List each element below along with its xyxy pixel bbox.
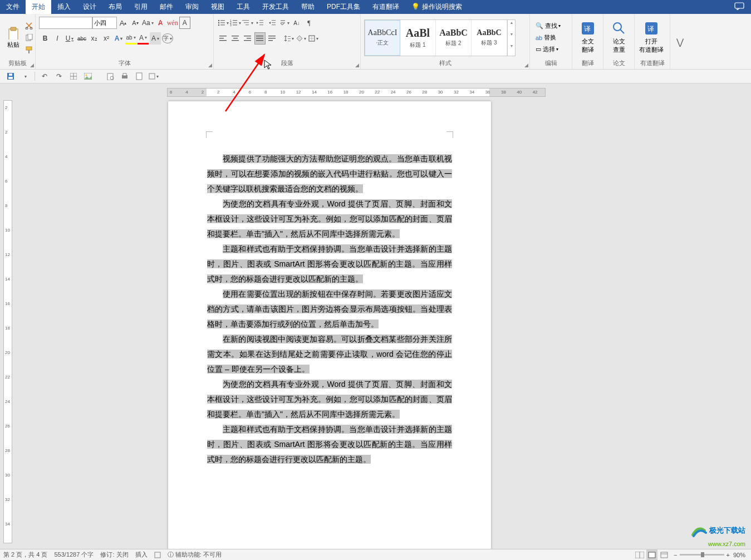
clear-formatting-button[interactable]: A̷ — [155, 17, 166, 29]
styles-gallery[interactable]: AaBbCcI ·正文 AaBl 标题 1 AaBbC 标题 2 AaBbC 标… — [364, 19, 516, 56]
tab-layout[interactable]: 布局 — [102, 0, 128, 14]
line-spacing-button[interactable] — [283, 32, 294, 45]
clipboard-launcher[interactable]: ◢ — [30, 62, 34, 68]
style-heading2[interactable]: AaBbC 标题 2 — [436, 20, 472, 56]
style-normal[interactable]: AaBbCcI ·正文 — [365, 20, 400, 56]
comments-icon[interactable] — [728, 2, 751, 12]
font-size-select[interactable] — [92, 17, 117, 29]
styles-scroll[interactable]: ▴▾▾ — [507, 20, 515, 56]
highlight-button[interactable]: ab — [125, 32, 136, 45]
para-3[interactable]: 主题和样式也有助于文档保持协调。当您单击设计并选择新的主题时，图片、图表或 Sm… — [207, 244, 452, 283]
text-effects-button[interactable]: A — [113, 32, 124, 45]
text-direction-button[interactable] — [279, 17, 290, 29]
zoom-out-button[interactable]: − — [674, 552, 677, 558]
align-distribute-button[interactable] — [267, 32, 278, 45]
shrink-font-button[interactable]: A▾ — [130, 17, 141, 29]
page-indicator[interactable]: 第 2 页，共 4 页 — [3, 551, 47, 559]
sort-button[interactable]: A↓ — [291, 17, 302, 29]
replace-button[interactable]: ab 替换 — [533, 32, 563, 43]
zoom-slider[interactable]: − + — [674, 552, 730, 558]
tab-mailings[interactable]: 邮件 — [154, 0, 179, 14]
word-count[interactable]: 553/1287 个字 — [54, 551, 94, 559]
open-youdao-button[interactable]: 译 打开 有道翻译 — [638, 21, 665, 54]
grow-font-button[interactable]: A▴ — [117, 17, 129, 29]
increase-indent-button[interactable] — [267, 17, 278, 29]
full-translate-button[interactable]: 译 全文 翻译 — [576, 21, 600, 54]
find-button[interactable]: 🔍 查找▾ — [533, 21, 563, 32]
save-button[interactable] — [5, 70, 16, 82]
horizontal-ruler[interactable]: 6422468101214161820222426283032343638404… — [167, 88, 546, 97]
paste-button[interactable]: 粘贴 — [3, 27, 23, 49]
change-case-button[interactable]: Aa — [142, 17, 154, 29]
thesis-check-button[interactable]: 论文 查重 — [607, 21, 631, 54]
char-shading-button[interactable]: A — [150, 32, 161, 45]
align-center-button[interactable] — [230, 32, 241, 45]
align-justify-button[interactable] — [254, 32, 266, 45]
tab-design[interactable]: 设计 — [77, 0, 102, 14]
qat-print-button[interactable] — [119, 70, 130, 82]
decrease-indent-button[interactable] — [254, 17, 266, 29]
tab-pdf[interactable]: PDF工具集 — [321, 0, 366, 14]
tab-home[interactable]: 开始 — [26, 0, 51, 14]
shading-button[interactable] — [296, 32, 307, 45]
view-print-layout[interactable] — [646, 549, 657, 561]
align-right-button[interactable] — [242, 32, 253, 45]
page[interactable]: 视频提供了功能强大的方法帮助您证明您的观点。当您单击联机视频时，可以在想要添加的… — [168, 101, 491, 560]
para-7[interactable]: 主题和样式也有助于文档保持协调。当您单击设计并选择新的主题时，图片、图表或 Sm… — [207, 425, 452, 464]
strike-button[interactable]: abc — [76, 32, 87, 45]
ime-indicator[interactable] — [154, 552, 161, 558]
paragraph-launcher[interactable]: ◢ — [355, 62, 359, 68]
para-1[interactable]: 视频提供了功能强大的方法帮助您证明您的观点。当您单击联机视频时，可以在想要添加的… — [207, 154, 452, 193]
para-5[interactable]: 在新的阅读视图中阅读更加容易。可以折叠文档某些部分并关注所需文本。如果在达到结尾… — [207, 335, 452, 374]
styles-launcher[interactable]: ◢ — [524, 62, 528, 68]
vertical-ruler[interactable]: 2246810121416182022242628303234 — [3, 100, 12, 543]
style-heading3[interactable]: AaBbC 标题 3 — [472, 20, 507, 56]
zoom-level[interactable]: 90% — [733, 552, 745, 558]
tell-me[interactable]: 💡 操作说明搜索 — [405, 0, 468, 14]
char-border-button[interactable]: A — [179, 17, 190, 29]
qat-page-setup-button[interactable] — [134, 70, 145, 82]
font-launcher[interactable]: ◢ — [208, 62, 212, 68]
borders-button[interactable] — [308, 32, 319, 45]
subscript-button[interactable]: x₂ — [89, 32, 100, 45]
view-read-mode[interactable] — [634, 549, 645, 561]
document-body[interactable]: 视频提供了功能强大的方法帮助您证明您的观点。当您单击联机视频时，可以在想要添加的… — [207, 151, 452, 467]
copy-button[interactable] — [24, 32, 34, 43]
qat-more-button[interactable] — [148, 70, 159, 82]
italic-button[interactable]: I — [52, 32, 63, 45]
phonetic-guide-button[interactable]: wén — [167, 17, 178, 29]
tab-file[interactable]: 文件 — [0, 0, 26, 14]
format-painter-button[interactable] — [24, 45, 34, 56]
show-marks-button[interactable]: ¶ — [303, 17, 315, 29]
ribbon-collapse[interactable]: ⋁ — [670, 14, 686, 69]
tab-developer[interactable]: 开发工具 — [256, 0, 295, 14]
qat-table-button[interactable] — [68, 70, 79, 82]
font-color-button[interactable]: A — [138, 32, 149, 45]
numbering-button[interactable]: 123 — [230, 17, 241, 29]
undo-button[interactable]: ↶ — [39, 70, 50, 82]
align-left-button[interactable] — [218, 32, 229, 45]
para-6[interactable]: 为使您的文档具有专业外观，Word 提供了页眉、页脚、封面和文本框设计，这些设计… — [207, 380, 452, 419]
para-2[interactable]: 为使您的文档具有专业外观，Word 提供了页眉、页脚、封面和文本框设计，这些设计… — [207, 199, 452, 238]
bold-button[interactable]: B — [40, 32, 51, 45]
tab-insert[interactable]: 插入 — [51, 0, 77, 14]
select-button[interactable]: ▭ 选择▾ — [533, 44, 563, 55]
tab-review[interactable]: 审阅 — [179, 0, 205, 14]
style-heading1[interactable]: AaBl 标题 1 — [400, 20, 436, 56]
para-4[interactable]: 使用在需要位置出现的新按钮在中保存时间。若要更改图片适应文档的方式，请单击该图片… — [207, 289, 452, 328]
superscript-button[interactable]: x² — [101, 32, 112, 45]
redo-button[interactable]: ↷ — [53, 70, 65, 82]
zoom-in-button[interactable]: + — [727, 552, 730, 558]
multilevel-button[interactable] — [242, 17, 253, 29]
view-web-layout[interactable] — [659, 549, 670, 561]
revision-status[interactable]: 修订: 关闭 — [100, 551, 128, 559]
accessibility-status[interactable]: ⓘ 辅助功能: 不可用 — [168, 551, 222, 559]
enclose-char-button[interactable]: 字 — [162, 33, 173, 43]
bullets-button[interactable] — [218, 17, 229, 29]
insert-mode[interactable]: 插入 — [135, 551, 148, 559]
font-name-select[interactable] — [39, 17, 92, 29]
qat-customize[interactable] — [19, 70, 31, 82]
tab-tools[interactable]: 工具 — [230, 0, 256, 14]
tab-references[interactable]: 引用 — [128, 0, 154, 14]
tab-youdao[interactable]: 有道翻译 — [366, 0, 405, 14]
